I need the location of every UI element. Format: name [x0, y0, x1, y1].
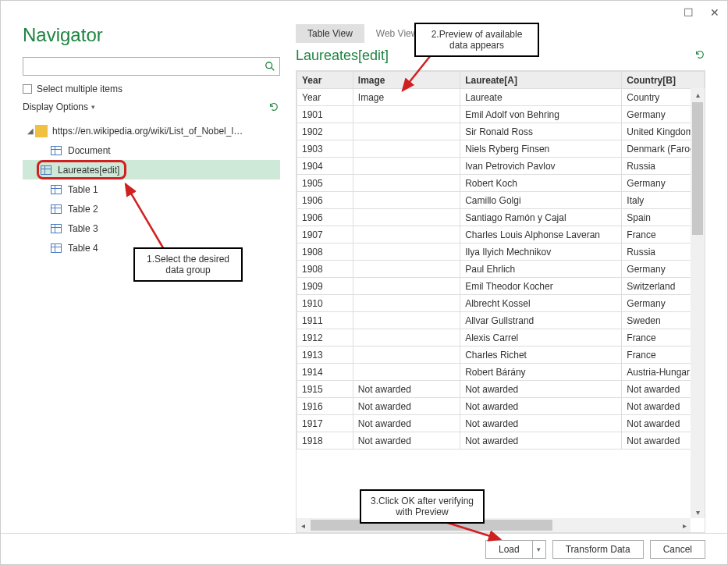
navigator-title: Navigator — [23, 24, 280, 46]
table-row[interactable]: 1907Charles Louis Alphonse LaveranFrance — [297, 226, 705, 243]
refresh-preview-icon[interactable] — [694, 49, 705, 62]
table-icon — [51, 146, 62, 155]
table-cell: 1912 — [297, 329, 353, 346]
load-button[interactable]: Load — [485, 540, 532, 559]
display-options-label: Display Options — [23, 101, 88, 112]
table-cell: Not awarded — [353, 432, 460, 450]
tree-item-laureates[interactable]: Laureates[edit] — [23, 160, 280, 179]
tab-table-view[interactable]: Table View — [296, 24, 364, 43]
table-cell: 1908 — [297, 243, 353, 261]
table-cell: 1916 — [297, 398, 353, 415]
table-cell: Not awarded — [353, 381, 460, 398]
folder-icon — [35, 125, 48, 137]
refresh-icon[interactable] — [268, 101, 280, 113]
load-button-split[interactable]: Load ▾ — [485, 540, 546, 559]
table-cell: Emil Theodor Kocher — [460, 278, 622, 295]
column-header[interactable]: Year — [297, 72, 353, 89]
tree-root[interactable]: ◢ https://en.wikipedia.org/wiki/List_of_… — [23, 121, 280, 140]
table-row[interactable]: 1910Albrecht KosselGermany — [297, 295, 705, 312]
table-cell: Robert Bárány — [460, 364, 622, 381]
table-cell: Allvar Gullstrand — [460, 312, 622, 329]
table-icon — [51, 243, 62, 253]
table-cell: 1901 — [297, 106, 353, 123]
table-cell: 1905 — [297, 175, 353, 192]
scroll-up-icon[interactable]: ▴ — [696, 88, 700, 101]
table-cell: Sir Ronald Ross — [460, 123, 622, 140]
table-cell: 1906 — [297, 192, 353, 209]
transform-data-button[interactable]: Transform Data — [552, 540, 644, 559]
table-row[interactable]: 1916Not awardedNot awardedNot awarded — [297, 398, 705, 415]
table-cell: Not awarded — [460, 432, 622, 450]
table-cell: Not awarded — [353, 415, 460, 432]
table-cell: 1906 — [297, 209, 353, 226]
table-icon — [41, 165, 51, 175]
table-row[interactable]: YearImageLaureateCountry — [297, 89, 705, 106]
table-row[interactable]: 1917Not awardedNot awardedNot awarded — [297, 415, 705, 432]
search-input[interactable] — [23, 58, 261, 75]
table-cell — [353, 209, 460, 226]
table-row[interactable]: 1905Robert KochGermany — [297, 175, 705, 192]
scroll-thumb[interactable] — [692, 102, 703, 235]
table-row[interactable]: 1912Alexis CarrelFrance — [297, 329, 705, 346]
table-row[interactable]: 1908Paul EhrlichGermany — [297, 261, 705, 278]
table-cell: 1914 — [297, 364, 353, 381]
table-cell — [353, 261, 460, 278]
table-cell — [353, 364, 460, 381]
annotation-1: 1.Select the desired data group — [133, 247, 243, 282]
table-icon — [51, 185, 62, 194]
table-cell — [353, 243, 460, 261]
column-header[interactable]: Image — [353, 72, 460, 89]
maximize-icon[interactable]: ☐ — [682, 6, 694, 19]
tree-item-table2[interactable]: Table 2 — [23, 199, 280, 219]
table-cell: 1904 — [297, 158, 353, 175]
load-dropdown-icon[interactable]: ▾ — [532, 540, 546, 559]
close-icon[interactable]: ✕ — [708, 6, 721, 19]
table-cell: 1913 — [297, 346, 353, 364]
scroll-left-icon[interactable]: ◂ — [297, 521, 309, 530]
table-row[interactable]: 1915Not awardedNot awardedNot awarded — [297, 381, 705, 398]
table-row[interactable]: 1914Robert BárányAustria-Hungar — [297, 364, 705, 381]
select-multiple-checkbox[interactable]: Select multiple items — [23, 84, 280, 94]
table-cell: 1917 — [297, 415, 353, 432]
table-cell: Alexis Carrel — [460, 329, 622, 346]
annotation-2: 2.Preview of available data appears — [414, 23, 539, 57]
tree-item-document[interactable]: Document — [23, 140, 280, 160]
column-header[interactable]: Laureate[A] — [460, 72, 622, 89]
table-row[interactable]: 1909Emil Theodor KocherSwitzerland — [297, 278, 705, 295]
display-options-dropdown[interactable]: Display Options ▾ — [23, 101, 95, 112]
table-cell: Not awarded — [460, 381, 622, 398]
table-row[interactable]: 1911Allvar GullstrandSweden — [297, 312, 705, 329]
tree-item-table3[interactable]: Table 3 — [23, 219, 280, 238]
vertical-scrollbar[interactable]: ▴ ▾ — [691, 88, 705, 518]
cancel-button[interactable]: Cancel — [650, 540, 705, 559]
column-header[interactable]: Country[B] — [622, 72, 705, 89]
table-cell: 1909 — [297, 278, 353, 295]
table-row[interactable]: 1908Ilya Ilyich MechnikovRussia — [297, 243, 705, 261]
table-cell — [353, 192, 460, 209]
table-cell: 1915 — [297, 381, 353, 398]
table-cell: 1918 — [297, 432, 353, 450]
table-row[interactable]: 1903Niels Ryberg FinsenDenmark (Faroe — [297, 140, 705, 158]
table-icon — [51, 204, 62, 214]
table-row[interactable]: 1913Charles RichetFrance — [297, 346, 705, 364]
table-row[interactable]: 1901Emil Adolf von BehringGermany — [297, 106, 705, 123]
tree-item-table1[interactable]: Table 1 — [23, 179, 280, 199]
table-cell: Robert Koch — [460, 175, 622, 192]
table-cell: Santiago Ramón y Cajal — [460, 209, 622, 226]
table-cell: Year — [297, 89, 353, 106]
checkbox-icon[interactable] — [23, 84, 32, 94]
table-row[interactable]: 1906Camillo GolgiItaly — [297, 192, 705, 209]
scroll-right-icon[interactable]: ▸ — [678, 521, 691, 530]
table-row[interactable]: 1904Ivan Petrovich PavlovRussia — [297, 158, 705, 175]
table-row[interactable]: 1902Sir Ronald RossUnited Kingdom — [297, 123, 705, 140]
table-cell: Emil Adolf von Behring — [460, 106, 622, 123]
table-cell: Paul Ehrlich — [460, 261, 622, 278]
search-icon[interactable] — [261, 58, 279, 75]
horizontal-scrollbar[interactable]: ◂ ▸ — [297, 518, 691, 532]
table-row[interactable]: 1906Santiago Ramón y CajalSpain — [297, 209, 705, 226]
table-row[interactable]: 1918Not awardedNot awardedNot awarded — [297, 432, 705, 450]
search-input-wrap[interactable] — [23, 57, 280, 76]
scroll-down-icon[interactable]: ▾ — [696, 506, 700, 518]
preview-title: Laureates[edit] — [296, 48, 389, 64]
table-cell: 1911 — [297, 312, 353, 329]
